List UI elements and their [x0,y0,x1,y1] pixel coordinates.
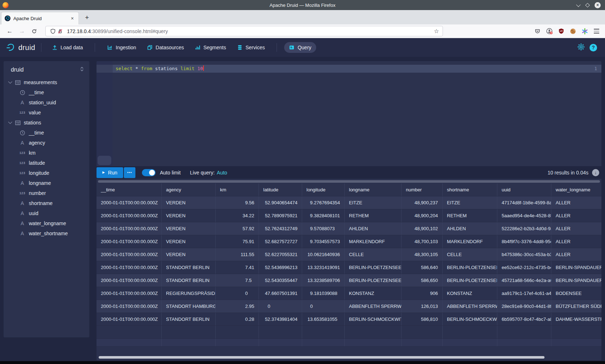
shield-icon[interactable] [49,28,57,35]
bookmark-star-icon[interactable]: ☆ [434,28,439,35]
table-cell[interactable]: 48,900,237 [401,196,442,209]
sidebar-column-longname[interactable]: Alongname [4,178,89,188]
sidebar-column-km[interactable]: 123km [4,148,89,158]
sidebar-column-__time[interactable]: __time [4,128,89,138]
column-header-number[interactable]: number [401,183,442,196]
table-cell[interactable]: RETHEM [344,209,401,222]
column-header-shortname[interactable]: shortname [442,183,497,196]
table-cell[interactable]: 2000-01-01T00:00:00.000Z [97,300,161,313]
table-cell[interactable]: VERDEN [161,209,215,222]
table-cell[interactable]: 2000-01-01T00:00:00.000Z [97,274,161,287]
table-cell[interactable]: BERLIN-PLOETZENSEE UP [442,274,497,287]
insecure-lock-icon[interactable] [57,28,64,35]
pocket-icon[interactable] [534,28,541,35]
url-text[interactable]: 172.18.0.4:30899/unified-console.html#qu… [67,28,168,34]
table-cell[interactable]: 52.9040654474 [259,196,302,209]
table-cell[interactable]: EITZE [344,196,401,209]
table-cell[interactable]: ALLER [551,235,601,248]
menu-icon[interactable] [593,28,600,34]
table-cell[interactable]: 8b4f9f7c-3376-4dd8-95c [497,235,551,248]
sidebar-column-__time[interactable]: __time [4,87,89,97]
table-cell[interactable]: 52.5436996213 [259,261,302,274]
sidebar-table-stations[interactable]: stations [4,118,89,128]
table-cell[interactable]: 48,300,105 [401,248,442,261]
chevron-down-icon[interactable] [8,79,12,83]
table-cell[interactable]: BODENSEE [551,287,601,300]
table-cell[interactable]: 48,900,102 [401,222,442,235]
table-cell[interactable]: CELLE [442,248,497,261]
table-cell[interactable]: 2000-01-01T00:00:00.000Z [97,261,161,274]
help-icon[interactable]: ? [590,44,597,51]
table-cell[interactable]: 2000-01-01T00:00:00.000Z [97,287,161,300]
window-close-icon[interactable]: × [595,2,601,8]
results-top-scrollbar[interactable] [98,180,600,183]
back-icon[interactable]: ← [5,28,14,35]
table-cell[interactable]: 13.3231419091 [302,261,344,274]
table-cell[interactable]: MARKLENDORF [442,235,497,248]
table-cell[interactable]: 126,013 [401,300,442,313]
results-horizontal-scrollbar[interactable] [99,356,544,359]
window-maximize-icon[interactable] [585,3,590,8]
table-cell[interactable]: 0 [302,300,344,313]
browser-tab[interactable]: Apache Druid × [1,12,79,24]
table-cell[interactable]: 906 [401,287,442,300]
forward-icon[interactable]: → [17,28,27,35]
table-cell[interactable]: VERDEN [161,222,215,235]
schema-selector[interactable]: druid [4,61,89,77]
table-cell[interactable]: STANDORT HAMBURG [161,300,215,313]
table-cell[interactable]: 52.5430355447 [259,274,302,287]
chevron-down-icon[interactable] [8,120,12,124]
table-cell[interactable]: 2.95 [215,300,259,313]
column-header-longitude[interactable]: longitude [302,183,344,196]
table-cell[interactable]: AHLDEN [344,222,401,235]
table-cell[interactable]: VERDEN [161,248,215,261]
table-cell[interactable]: 52.6227055321 [259,248,302,261]
table-cell[interactable]: 10.0621640936 [302,248,344,261]
sql-editor[interactable]: 1 select * from stations limit 10 [97,61,601,166]
table-cell[interactable]: KONSTANZ [344,287,401,300]
table-cell[interactable]: 2000-01-01T00:00:00.000Z [97,196,161,209]
table-cell[interactable]: REGIERUNGSPRÄSIDIUM TÜBINGEN [161,287,215,300]
table-cell[interactable]: 586,640 [401,261,442,274]
table-cell[interactable]: BERLIN-SPANDAUER-SCHIFFAHRTSKANAL [551,261,601,274]
table-cell[interactable]: BERLIN-PLOETZENSEE OP [344,261,401,274]
table-cell[interactable]: ABBENFLETH SPERRWERK AP [344,300,401,313]
table-cell[interactable]: 2000-01-01T00:00:00.000Z [97,209,161,222]
new-tab-button[interactable]: + [82,13,92,22]
sidebar-column-shortname[interactable]: Ashortname [4,198,89,208]
column-header-uuid[interactable]: uuid [497,183,551,196]
column-header-longname[interactable]: longname [344,183,401,196]
column-header-agency[interactable]: agency [161,183,215,196]
table-cell[interactable]: KONSTANZ [442,287,497,300]
table-cell[interactable]: 9.7034557573 [302,235,344,248]
asterisk-extension-icon[interactable] [581,28,588,35]
tab-close-icon[interactable]: × [70,15,75,22]
table-cell[interactable]: 0 [215,287,259,300]
table-cell[interactable]: STANDORT BERLIN [161,261,215,274]
column-header-km[interactable]: km [215,183,259,196]
window-minimize-icon[interactable] [576,2,581,7]
table-cell[interactable]: 48,700,103 [401,235,442,248]
sidebar-column-number[interactable]: 123number [4,188,89,198]
schema-select-caret-icon[interactable] [80,67,84,73]
table-cell[interactable]: 9.57088073 [302,222,344,235]
table-cell[interactable]: aa9179c1-17ef-4c61-a48 [497,287,551,300]
table-cell[interactable]: ee52ce62-212c-4735-b4 [497,261,551,274]
table-cell[interactable]: 9.3828408101 [302,209,344,222]
account-blocked-extension-icon[interactable] [546,28,553,35]
cookie-extension-icon[interactable] [569,28,577,35]
nav-services[interactable]: Services [232,42,270,53]
table-cell[interactable]: 28ec91e8-90c0-44d1-8f [497,300,551,313]
table-cell[interactable]: ALLER [551,209,601,222]
nav-load-data[interactable]: Load data [47,42,88,53]
table-cell[interactable]: 2000-01-01T00:00:00.000Z [97,248,161,261]
live-query-label[interactable]: Live query:Auto [190,170,227,176]
table-cell[interactable]: 6b595707-8c47-4bc7-a8 [497,313,551,326]
nav-datasources[interactable]: Datasources [142,42,189,53]
table-cell[interactable]: 2000-01-01T00:00:00.000Z [97,313,161,326]
table-cell[interactable]: 9.2767694354 [302,196,344,209]
sql-text[interactable]: select * from stations limit 10 [116,65,204,73]
table-cell[interactable]: BERLIN-PLOETZENSEE OP [442,261,497,274]
sidebar-column-latitude[interactable]: 123latitude [4,158,89,168]
table-cell[interactable]: 47174d8f-1b8e-4599-8a [497,196,551,209]
